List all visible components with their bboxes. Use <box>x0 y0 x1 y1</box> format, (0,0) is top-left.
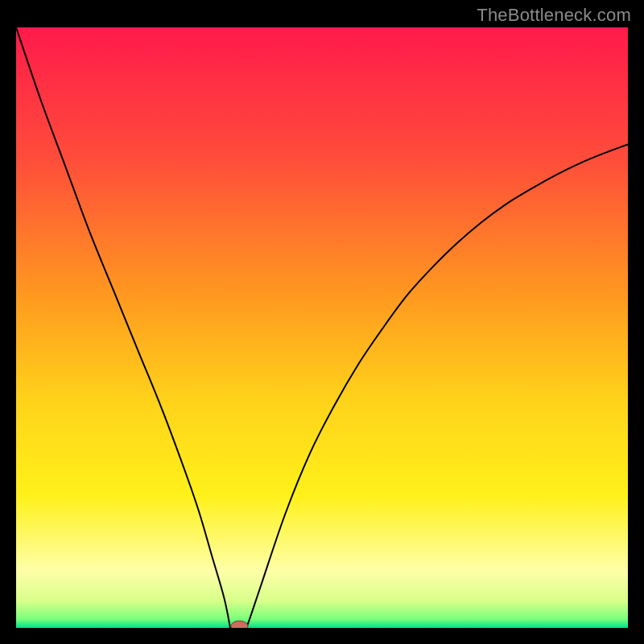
gradient-background <box>16 27 628 628</box>
bottleneck-chart <box>16 27 628 628</box>
plot-area <box>16 27 628 628</box>
chart-frame: TheBottleneck.com <box>0 0 644 644</box>
watermark-text: TheBottleneck.com <box>477 5 631 26</box>
